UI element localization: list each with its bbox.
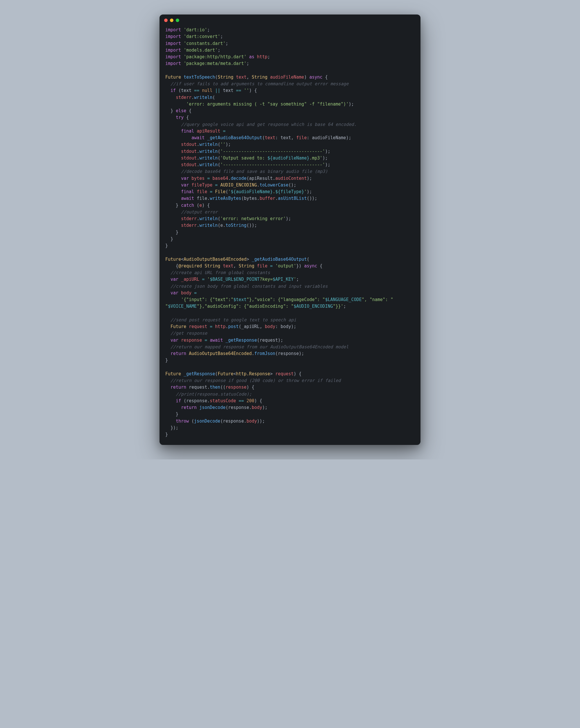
ident: response	[228, 405, 249, 410]
comment: //send post request to google text to sp…	[170, 317, 296, 322]
kw-null: null	[202, 88, 212, 93]
ident: e	[220, 223, 223, 228]
param-type: Future	[218, 371, 233, 376]
string: ", "name": "	[362, 297, 393, 302]
import-literal: 'constants.dart'	[184, 41, 226, 46]
kw-import: import	[165, 54, 181, 59]
ident: response	[186, 398, 207, 404]
string: ''	[220, 142, 226, 147]
code-window: import 'dart:io'; import 'dart:convert';…	[159, 15, 421, 445]
method: asUint8List	[278, 196, 307, 201]
kw-async: async	[310, 75, 322, 80]
arg: text	[281, 135, 291, 140]
fn-call: jsonDecode	[194, 418, 220, 424]
ident: stdout	[181, 142, 196, 147]
type: Future	[170, 324, 186, 329]
ident: apiResult	[196, 129, 220, 134]
kw-else: else	[176, 108, 186, 113]
op-eq: ==	[236, 88, 241, 93]
cond: text	[220, 88, 236, 93]
method: fromJson	[254, 351, 275, 356]
method: writeln	[199, 155, 217, 161]
string: 'Output saved to:	[220, 155, 268, 161]
method: decode	[231, 176, 246, 181]
param-name: text	[223, 263, 233, 268]
kw-return: return	[181, 405, 196, 410]
import-literal: 'dart:io'	[184, 27, 207, 32]
comment: //return our mapped response from our Au…	[170, 344, 349, 349]
ident: stdout	[181, 162, 196, 167]
string: "},"audioConfig": {"audioEncoding": "	[196, 304, 293, 309]
catch-var: e	[199, 203, 202, 208]
interp: $text	[233, 297, 246, 302]
string: '	[304, 189, 307, 194]
interp: $LANGUAGE_CODE	[325, 297, 362, 302]
code-block: import 'dart:io'; import 'dart:convert';…	[159, 24, 421, 445]
interp: ${audioFileName}	[231, 189, 273, 194]
prop: body	[246, 418, 257, 424]
arg: _apiURL	[241, 324, 260, 329]
op-eq: ==	[194, 88, 199, 93]
param-name: file	[257, 263, 267, 268]
kw-catch: catch	[181, 203, 194, 208]
comment: //print(response.statusCode);	[176, 392, 252, 397]
string: "},"voice": {"languageCode": "	[246, 297, 325, 302]
method: writeln	[199, 216, 217, 221]
method: writeln	[199, 142, 217, 147]
string: 'output'	[275, 263, 296, 268]
comment: //get response	[170, 331, 207, 336]
kw-return: return	[170, 351, 186, 356]
prop: audioContent	[275, 176, 307, 181]
fn-call: _getResponse	[226, 338, 257, 343]
interp: $VOICE_NAME	[168, 304, 196, 309]
ident: stdout	[181, 149, 196, 154]
kw-throw: throw	[176, 418, 189, 424]
param-type: String	[218, 75, 233, 80]
ident: stderr	[181, 223, 196, 228]
ident: _apiURL	[181, 277, 199, 282]
param-type: String	[252, 75, 267, 80]
comment: //query google voice api and get respons…	[181, 122, 357, 127]
ident: response	[223, 418, 244, 424]
import-literal: 'dart:convert'	[184, 34, 220, 39]
interp: ${fileType}	[275, 189, 304, 194]
ident: stdout	[181, 155, 196, 161]
method: writeln	[199, 149, 217, 154]
arg: response	[278, 351, 299, 356]
kw-as: as	[249, 54, 254, 59]
param-name: response	[226, 385, 246, 390]
titlebar	[159, 15, 421, 24]
string: ?key=	[260, 277, 272, 282]
named-param: text	[265, 135, 275, 140]
arg: request	[260, 338, 278, 343]
kw-import: import	[165, 27, 181, 32]
arg: audioFileName	[312, 135, 346, 140]
close-icon[interactable]	[164, 19, 168, 22]
comment: //if user fails to add arguments to comm…	[170, 81, 349, 86]
ident: body	[181, 290, 191, 295]
ident: file	[196, 189, 207, 194]
return-type: Future	[165, 257, 181, 262]
param-type: String	[205, 263, 220, 268]
arg: body	[281, 324, 291, 329]
maximize-icon[interactable]	[176, 19, 179, 22]
kw-import: import	[165, 34, 181, 39]
method: writeln	[199, 162, 217, 167]
generic-type: AudioOutputBase64Encoded	[184, 257, 246, 262]
import-literal: 'package:http/http.dart'	[184, 54, 246, 59]
minimize-icon[interactable]	[170, 19, 174, 22]
method: writeln	[199, 223, 217, 228]
number: 200	[246, 398, 254, 404]
kw-await: await	[191, 135, 205, 140]
string: '{"input": {"text":"	[181, 297, 233, 302]
import-literal: 'models.dart'	[184, 48, 217, 53]
interp: ${audioFileName}	[267, 155, 310, 161]
method: toLowerCase	[260, 182, 288, 188]
ident: apiResult	[249, 176, 272, 181]
comment: //return our response if good (200 code)…	[170, 378, 341, 383]
ident: http	[215, 324, 226, 329]
kw-import: import	[165, 41, 181, 46]
prop: buffer	[260, 196, 275, 201]
prop: statusCode	[210, 398, 236, 404]
ident: base64	[213, 176, 228, 181]
